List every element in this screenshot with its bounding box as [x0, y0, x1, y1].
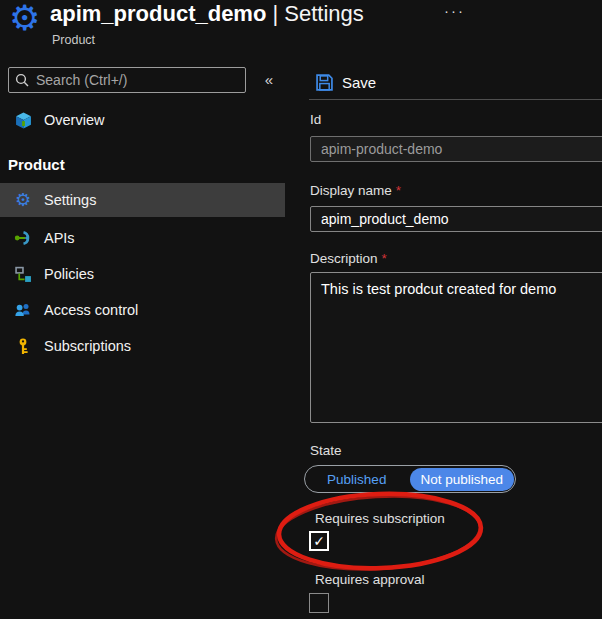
state-toggle: Published Not published — [304, 465, 516, 493]
api-arrow-icon — [14, 229, 32, 247]
collapse-sidebar-icon[interactable]: « — [258, 69, 280, 91]
page-title: apim_product_demo | Settings — [50, 1, 364, 27]
sidebar-item-settings[interactable]: ⚙ Settings — [0, 183, 285, 217]
required-asterisk: * — [396, 183, 401, 198]
state-label: State — [310, 443, 342, 458]
requires-approval-label-text: Requires approval — [315, 572, 425, 587]
gear-icon: ⚙ — [14, 191, 32, 209]
toolbar-divider — [309, 99, 602, 100]
id-label: Id — [310, 112, 321, 127]
sidebar-item-access-control[interactable]: Access control — [0, 294, 285, 326]
save-button[interactable]: Save — [316, 68, 376, 96]
sidebar-search[interactable] — [8, 67, 246, 93]
id-label-text: Id — [310, 112, 321, 127]
requires-subscription-label-text: Requires subscription — [315, 511, 445, 526]
description-field[interactable]: This is test prodcut created for demo — [310, 272, 602, 423]
save-floppy-icon — [316, 74, 333, 91]
more-options-icon[interactable]: ··· — [444, 2, 465, 19]
app-window: ⚙ apim_product_demo | Settings ··· Produ… — [0, 0, 602, 619]
search-icon — [15, 73, 29, 87]
requires-subscription-label: Requires subscription — [315, 511, 445, 526]
id-field — [310, 136, 602, 162]
page-title-product: apim_product_demo — [50, 1, 266, 26]
sidebar-item-apis[interactable]: APIs — [0, 222, 285, 254]
description-label: Description* — [310, 251, 387, 266]
sidebar-item-label: Subscriptions — [44, 338, 131, 354]
required-asterisk: * — [382, 251, 387, 266]
sidebar-item-label: Policies — [44, 266, 94, 282]
sidebar-item-policies[interactable]: Policies — [0, 258, 285, 290]
sidebar-item-label: Overview — [44, 112, 104, 128]
state-label-text: State — [310, 443, 342, 458]
requires-approval-checkbox[interactable] — [309, 593, 329, 613]
display-name-label: Display name* — [310, 183, 401, 198]
requires-approval-label: Requires approval — [315, 572, 425, 587]
page-title-section: | Settings — [273, 1, 364, 26]
cube-icon — [14, 111, 32, 129]
people-icon — [14, 301, 32, 319]
display-name-field[interactable] — [310, 206, 602, 232]
key-icon — [14, 337, 32, 355]
page-subtitle: Product — [52, 33, 95, 47]
description-label-text: Description — [310, 251, 378, 266]
sidebar-item-label: Access control — [44, 302, 138, 318]
search-input[interactable] — [36, 72, 239, 88]
requires-subscription-checkbox[interactable]: ✓ — [309, 531, 329, 551]
state-option-published[interactable]: Published — [305, 466, 409, 492]
sidebar-section-product: Product — [8, 156, 65, 173]
sidebar-item-label: APIs — [44, 230, 75, 246]
sidebar-item-label: Settings — [44, 192, 96, 208]
sidebar-item-subscriptions[interactable]: Subscriptions — [0, 330, 285, 362]
product-gear-icon: ⚙ — [9, 0, 40, 40]
display-name-label-text: Display name — [310, 183, 392, 198]
sidebar-item-overview[interactable]: Overview — [0, 104, 285, 136]
save-label: Save — [342, 74, 376, 91]
state-option-not-published[interactable]: Not published — [410, 468, 514, 491]
policies-flow-icon — [14, 265, 32, 283]
annotation-red-circle — [270, 486, 490, 578]
